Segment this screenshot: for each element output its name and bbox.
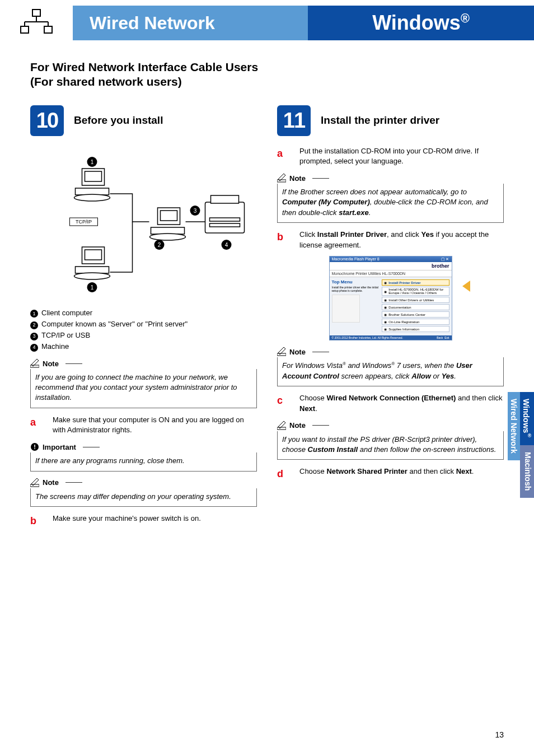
substep-letter: a [30, 415, 41, 436]
svg-point-10 [74, 194, 110, 201]
note-screens-differ: Note The screens may differ depending on… [30, 478, 257, 507]
step-11-header: 11 Install the printer driver [277, 105, 504, 136]
step-10-b: b Make sure your machine's power switch … [30, 514, 257, 528]
step-number-badge: 11 [277, 105, 311, 136]
section-title: For Wired Network Interface Cable Users … [30, 60, 504, 90]
svg-rect-38 [30, 484, 39, 487]
installer-screenshot: Macromedia Flash Player 8 ▢ ✕ brother Mo… [329, 256, 452, 340]
highlight-arrow-icon [462, 281, 470, 292]
svg-rect-39 [277, 180, 286, 182]
pencil-icon [30, 478, 39, 487]
step-11-title: Install the printer driver [321, 114, 439, 127]
svg-rect-17 [151, 227, 185, 234]
svg-text:TCP/IP: TCP/IP [76, 219, 92, 225]
step-11-b: b Click Install Printer Driver, and clic… [277, 230, 504, 251]
svg-rect-5 [21, 26, 29, 33]
banner-wired-network: Wired Network [73, 6, 308, 40]
banner-windows: Windows® [308, 6, 534, 40]
svg-rect-9 [76, 188, 109, 195]
network-icon [0, 10, 73, 37]
substep-letter: a [277, 146, 288, 167]
network-diagram: TCP/IP 1 1 2 3 4 [30, 146, 257, 303]
svg-rect-35 [30, 365, 39, 367]
substep-letter: b [277, 230, 288, 251]
column-right: 11 Install the printer driver a Put the … [277, 105, 504, 534]
svg-rect-0 [32, 10, 40, 16]
important-icon: ! [30, 442, 39, 451]
svg-rect-21 [210, 218, 240, 221]
svg-text:4: 4 [225, 242, 228, 248]
svg-rect-6 [44, 26, 52, 33]
step-10-a: a Make sure that your computer is ON and… [30, 415, 257, 436]
svg-rect-16 [161, 211, 177, 221]
important-callout: ! Important If there are any programs ru… [30, 442, 257, 471]
svg-rect-13 [76, 267, 109, 273]
tab-windows[interactable]: Windows® [520, 392, 534, 445]
substep-letter: d [277, 466, 288, 481]
svg-rect-41 [277, 427, 286, 430]
banner-1-text: Wired Network [90, 13, 215, 34]
substep-letter: c [277, 393, 288, 414]
svg-rect-8 [85, 171, 102, 181]
step-10-header: 10 Before you install [30, 105, 257, 136]
pencil-icon [277, 347, 286, 356]
tab-wired-network[interactable]: Wired Network [508, 392, 520, 460]
pencil-icon [277, 421, 286, 430]
svg-rect-20 [211, 195, 239, 203]
svg-point-18 [150, 234, 186, 240]
svg-rect-12 [85, 250, 102, 260]
tab-macintosh[interactable]: Macintosh [520, 445, 534, 497]
step-11-d: d Choose Network Shared Printer and then… [277, 466, 504, 481]
step-11-a: a Put the installation CD-ROM into your … [277, 146, 504, 167]
svg-text:1: 1 [91, 159, 94, 165]
page-number: 13 [495, 730, 504, 739]
step-10-title: Before you install [74, 114, 163, 127]
page-content: For Wired Network Interface Cable Users … [0, 40, 534, 534]
note-uac: Note For Windows Vista® and Windows® 7 u… [277, 347, 504, 386]
svg-rect-22 [210, 223, 240, 227]
svg-text:3: 3 [194, 208, 197, 214]
pencil-icon [277, 174, 286, 183]
side-tabs: Wired Network Windows® Macintosh [508, 392, 534, 498]
svg-text:1: 1 [91, 284, 94, 291]
svg-text:!: ! [34, 444, 36, 450]
svg-rect-40 [277, 353, 286, 356]
svg-text:2: 2 [158, 242, 161, 248]
header-bar: Wired Network Windows® [0, 6, 534, 40]
substep-letter: b [30, 514, 41, 528]
svg-point-14 [74, 273, 110, 279]
column-left: 10 Before you install [30, 105, 257, 534]
note-before-install: Note If you are going to connect the mac… [30, 359, 257, 408]
step-11-c: c Choose Wired Network Connection (Ether… [277, 393, 504, 414]
note-start-exe: Note If the Brother screen does not appe… [277, 174, 504, 223]
note-ps-driver: Note If you want to install the PS drive… [277, 421, 504, 460]
banner-2-text: Windows® [372, 11, 470, 35]
step-number-badge: 10 [30, 105, 64, 136]
diagram-legend: 1Client computer 2Computer known as "Ser… [30, 307, 257, 353]
pencil-icon [30, 359, 39, 368]
